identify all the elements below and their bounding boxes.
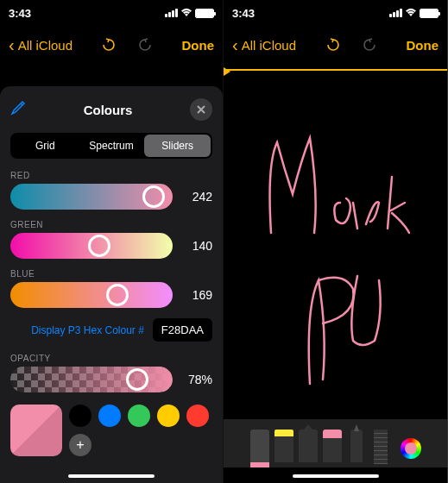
nav-center — [99, 35, 155, 54]
screen-colours: 3:43 ‹ All iCloud Done — [0, 0, 224, 483]
done-button[interactable]: Done — [406, 38, 439, 53]
cellular-icon — [165, 9, 178, 17]
chevron-left-icon: ‹ — [9, 35, 15, 55]
eraser-tool[interactable] — [323, 430, 342, 467]
lasso-tool[interactable] — [347, 430, 366, 467]
add-swatch-button[interactable]: + — [69, 434, 91, 456]
highlighter-tool[interactable] — [274, 430, 293, 467]
back-button[interactable]: ‹ All iCloud — [9, 35, 73, 55]
swatch-green[interactable] — [128, 405, 150, 427]
back-button[interactable]: ‹ All iCloud — [232, 35, 296, 55]
hex-input[interactable]: F28DAA — [153, 318, 212, 342]
swatch-line — [69, 405, 209, 427]
swatch-black[interactable] — [69, 405, 91, 427]
ruler-handle-icon[interactable] — [224, 67, 230, 76]
ruler-tool[interactable] — [371, 430, 390, 467]
ruler[interactable] — [224, 69, 447, 71]
battery-icon — [420, 9, 439, 18]
pencil-tool[interactable] — [299, 430, 318, 467]
colour-panel: Colours Grid Spectrum Sliders RED 242 GR… — [0, 86, 223, 483]
green-slider-row: 140 — [10, 233, 212, 259]
drawing-canvas[interactable] — [224, 69, 447, 423]
tab-segment: Grid Spectrum Sliders — [10, 133, 212, 159]
tab-sliders[interactable]: Sliders — [144, 135, 211, 157]
green-value: 140 — [181, 239, 212, 253]
pen-tool[interactable] — [250, 430, 269, 467]
home-indicator[interactable] — [293, 474, 379, 478]
blue-handle[interactable] — [106, 284, 129, 306]
red-slider-row: 242 — [10, 184, 212, 210]
red-label: RED — [10, 171, 212, 180]
current-colour-icon — [405, 442, 417, 455]
markup-toolbar — [224, 419, 447, 467]
blue-slider[interactable] — [10, 282, 173, 308]
panel-title: Colours — [84, 103, 133, 117]
nav-center — [324, 35, 379, 54]
eyedropper-icon[interactable] — [10, 100, 26, 119]
redo-button — [360, 35, 379, 54]
plus-icon: + — [76, 437, 84, 453]
swatch-yellow[interactable] — [157, 405, 180, 427]
status-time: 3:43 — [9, 7, 31, 20]
undo-button[interactable] — [99, 35, 118, 54]
red-slider[interactable] — [10, 184, 173, 210]
opacity-slider-row: 78% — [10, 367, 212, 392]
swatch-blue[interactable] — [98, 405, 121, 427]
back-label: All iCloud — [242, 38, 296, 53]
status-indicators — [165, 7, 214, 19]
close-icon — [197, 105, 205, 114]
cellular-icon — [389, 9, 402, 17]
status-bar: 3:43 — [224, 0, 447, 26]
close-button[interactable] — [190, 98, 212, 121]
nav-bar: ‹ All iCloud Done — [224, 26, 447, 64]
blue-slider-row: 169 — [10, 282, 212, 308]
blue-value: 169 — [181, 288, 212, 302]
swatches-row: + — [10, 405, 212, 456]
nav-bar: ‹ All iCloud Done — [0, 26, 223, 64]
blue-label: BLUE — [10, 269, 212, 279]
wifi-icon — [180, 7, 192, 19]
green-handle[interactable] — [88, 235, 110, 257]
undo-button[interactable] — [324, 35, 343, 54]
wifi-icon — [405, 7, 417, 19]
panel-header: Colours — [10, 98, 212, 121]
opacity-value: 78% — [181, 373, 212, 386]
opacity-handle[interactable] — [126, 368, 148, 391]
home-indicator[interactable] — [68, 474, 155, 478]
red-handle[interactable] — [142, 185, 165, 208]
green-label: GREEN — [10, 220, 212, 229]
hex-label[interactable]: Display P3 Hex Colour # — [31, 324, 144, 336]
chevron-left-icon: ‹ — [232, 35, 238, 55]
opacity-slider[interactable] — [10, 367, 173, 392]
tab-spectrum[interactable]: Spectrum — [79, 135, 145, 157]
screen-drawing: 3:43 ‹ All iCloud Done — [224, 0, 447, 483]
battery-icon — [195, 9, 214, 18]
hex-row: Display P3 Hex Colour # F28DAA — [10, 318, 212, 342]
swatch-red[interactable] — [186, 405, 209, 427]
back-label: All iCloud — [18, 38, 73, 53]
tab-grid[interactable]: Grid — [12, 135, 79, 157]
current-colour-swatch[interactable] — [10, 405, 62, 456]
redo-button — [136, 35, 155, 54]
status-time: 3:43 — [232, 7, 255, 20]
red-value: 242 — [181, 190, 212, 204]
opacity-label: OPACITY — [10, 354, 212, 363]
status-bar: 3:43 — [0, 0, 223, 26]
handwriting-mark-up — [224, 86, 447, 440]
green-slider[interactable] — [10, 233, 173, 259]
done-button[interactable]: Done — [181, 38, 214, 53]
colour-picker-button[interactable] — [401, 438, 421, 459]
status-indicators — [389, 7, 439, 19]
